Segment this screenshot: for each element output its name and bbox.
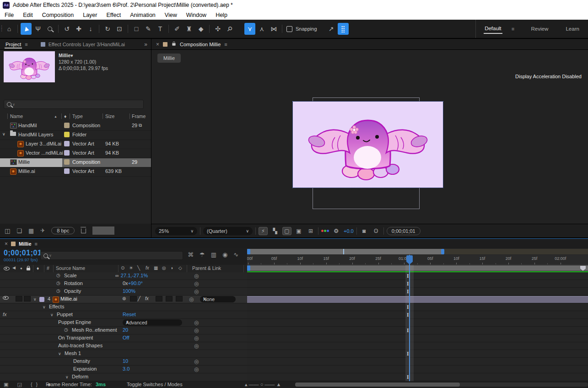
track-row[interactable] xyxy=(247,296,588,303)
comp-flowchart-icon[interactable]: ⌘ xyxy=(188,251,194,258)
hand-tool[interactable]: Ψ xyxy=(32,23,43,35)
timeline-row-rotation[interactable]: ◷Rotation0x+90.0°◎ xyxy=(0,280,247,288)
parent-pickwhip-icon[interactable]: ◎ xyxy=(189,296,194,302)
exposure-value[interactable]: +0.0 xyxy=(344,228,354,234)
switch-column-icon-7[interactable]: ◇ xyxy=(178,265,182,270)
rotation-tool[interactable]: ↻ xyxy=(102,23,113,35)
timeline-column-headers[interactable]: ◀ ● ♦ # Source Name ⊙☀╲fx▦◎◑◇ Parent & L… xyxy=(0,265,247,272)
menu-item-layer[interactable]: Layer xyxy=(78,12,102,18)
track-row[interactable] xyxy=(247,342,588,350)
timeline-panel-menu-icon[interactable]: ≡ xyxy=(35,241,38,247)
composition-mini-tab[interactable]: Millie xyxy=(157,54,181,63)
timeline-row-on-transparent[interactable]: On TransparentOff◎ xyxy=(0,334,247,342)
pickwhip-icon[interactable]: ◎ xyxy=(194,327,199,334)
menu-item-view[interactable]: View xyxy=(160,12,182,18)
project-settings-icon[interactable]: ✈ xyxy=(40,227,45,234)
new-composition-icon[interactable]: ▦ xyxy=(28,227,34,234)
timeline-row-effects[interactable]: ∨Effects xyxy=(0,303,247,311)
stopwatch-icon[interactable]: ◷ xyxy=(56,280,60,286)
layer-label-swatch[interactable] xyxy=(39,297,44,302)
dolly-camera-tool[interactable]: ↓ xyxy=(85,23,96,35)
track-row[interactable] xyxy=(247,319,588,327)
puppet-pin-tool[interactable]: ⚲ xyxy=(224,23,235,35)
track-row[interactable]: I xyxy=(247,272,588,280)
magnification-dropdown[interactable]: 25%∨ xyxy=(155,227,197,235)
switch-column-icon-0[interactable]: ⊙ xyxy=(121,265,124,270)
project-row-vector-ndmilai[interactable]: ✽Vector ...ndMiLaiVector Art94 KB xyxy=(0,149,151,158)
close-tab-icon[interactable]: × xyxy=(5,241,8,247)
viewer-timecode-field[interactable]: 0;00;01;01 xyxy=(387,227,421,235)
menu-item-animation[interactable]: Animation xyxy=(125,12,160,18)
time-ruler[interactable]: 0:00f05f10f15f20f25f01:00f05f10f15f20f25… xyxy=(247,255,588,265)
current-time-display[interactable]: 0;00;01;01 xyxy=(4,249,42,257)
snap-line-tool[interactable]: ↗ xyxy=(326,23,337,35)
navigator-end-handle[interactable] xyxy=(441,249,444,254)
graph-editor-icon[interactable]: ∿ xyxy=(233,251,238,258)
timeline-row-density[interactable]: Density10◎ xyxy=(0,358,247,366)
clone-stamp-tool[interactable]: ♜ xyxy=(183,23,194,35)
layer-visibility-icon[interactable] xyxy=(3,296,9,300)
roto-brush-tool[interactable]: ✣ xyxy=(212,23,223,35)
project-search-input[interactable]: ∨ xyxy=(4,100,144,109)
timeline-row-mesh-ro-efinement[interactable]: ◷Mesh Ro..efinement20◎ xyxy=(0,327,247,334)
project-panel-menu-icon[interactable]: ≡ xyxy=(25,42,27,47)
track-row[interactable]: I xyxy=(247,280,588,288)
stopwatch-icon[interactable]: ◷ xyxy=(64,327,68,332)
new-folder-icon[interactable]: ❏ xyxy=(16,227,22,234)
label-color-swatch[interactable] xyxy=(64,159,70,165)
switch-column-icon-4[interactable]: ▦ xyxy=(154,265,158,270)
menu-item-window[interactable]: Window xyxy=(182,12,211,18)
pan-camera-tool[interactable]: ✚ xyxy=(73,23,84,35)
tab-timeline-millie[interactable]: Millie xyxy=(19,241,32,247)
fast-preview-icon[interactable]: ⚡ xyxy=(259,227,268,235)
property-value[interactable]: 3.0 xyxy=(123,366,129,372)
layer-switch-slot[interactable] xyxy=(156,296,162,302)
timeline-track-area[interactable]: 0:00f05f10f15f20f25f01:00f05f10f15f20f25… xyxy=(247,248,588,381)
workspace-tab-default[interactable]: Default xyxy=(484,24,502,34)
layer-switch-icon[interactable]: ╱ xyxy=(138,296,140,301)
show-snapshot-icon[interactable]: ʘ xyxy=(372,227,381,235)
timeline-zoom-slider[interactable]: ▴ —— ○ —— ▲ xyxy=(245,382,281,388)
switch-column-icon-6[interactable]: ◑ xyxy=(170,265,173,270)
label-color-swatch[interactable] xyxy=(64,168,70,174)
property-value[interactable]: 20 xyxy=(123,327,128,333)
pickwhip-icon[interactable]: ◎ xyxy=(194,319,199,326)
navigator-start-handle[interactable] xyxy=(247,249,250,254)
composition-canvas[interactable]: Millie Display Acceleration Disabled xyxy=(151,50,588,224)
bit-depth-button[interactable]: 8 bpc xyxy=(51,227,75,234)
label-color-swatch[interactable] xyxy=(64,123,70,128)
motion-blur-icon[interactable]: ◉ xyxy=(222,251,227,258)
composition-frame[interactable] xyxy=(293,102,443,188)
project-row-handmil-layers[interactable]: ∨HandMil LayersFolder xyxy=(0,131,151,140)
layer-switch-slot[interactable] xyxy=(166,296,173,302)
project-row-handmil[interactable]: HandMilComposition29⧉ xyxy=(0,122,151,131)
toolbar-grip[interactable]: ⁞⁞⁞⁞ xyxy=(1,26,1,32)
timeline-row-deform[interactable]: ∨Deform xyxy=(0,373,247,381)
pickwhip-icon[interactable]: ◎ xyxy=(194,288,199,295)
tab-composition-millie[interactable]: Composition Millie xyxy=(180,42,221,47)
group-expand-icon[interactable]: ∨ xyxy=(65,375,69,379)
track-row[interactable] xyxy=(247,358,588,366)
property-dropdown[interactable]: Advanced∨ xyxy=(123,319,182,326)
region-of-interest-icon[interactable]: ▣ xyxy=(294,227,303,235)
exposure-icon[interactable]: ❂ xyxy=(332,227,341,235)
playhead-line[interactable] xyxy=(409,255,410,381)
snapshot-camera-icon[interactable]: ◙ xyxy=(360,227,369,235)
timeline-row-puppet-engine[interactable]: Puppet EngineAdvanced∨◎ xyxy=(0,319,247,327)
toggle-switches-label[interactable]: Toggle Switches / Modes xyxy=(127,382,183,387)
menu-item-edit[interactable]: Edit xyxy=(18,12,38,18)
workspace-tab-review[interactable]: Review xyxy=(530,24,549,33)
timeline-row-scale[interactable]: ◷Scale∞27.1,-27.1%◎ xyxy=(0,272,247,280)
track-row[interactable] xyxy=(247,334,588,342)
stopwatch-icon[interactable]: ◷ xyxy=(56,273,60,278)
puppet-position-pin-tool[interactable]: ⋎ xyxy=(244,23,255,35)
track-row[interactable]: I xyxy=(247,373,588,381)
timeline-row-auto-traced-shapes[interactable]: Auto-traced Shapes◎ xyxy=(0,342,247,350)
timeline-row-millie-ai[interactable]: ∨4✽Millie.ai⊛╱fx◎None∨ xyxy=(0,296,247,303)
property-value[interactable]: Reset xyxy=(123,312,136,317)
home-tool[interactable]: ⌂ xyxy=(4,23,15,35)
work-area-bar[interactable] xyxy=(247,265,588,271)
frame-blending-icon[interactable]: ▥ xyxy=(211,251,216,258)
workspace-menu-icon[interactable]: ≡ xyxy=(512,26,514,32)
track-row[interactable]: I xyxy=(247,288,588,296)
